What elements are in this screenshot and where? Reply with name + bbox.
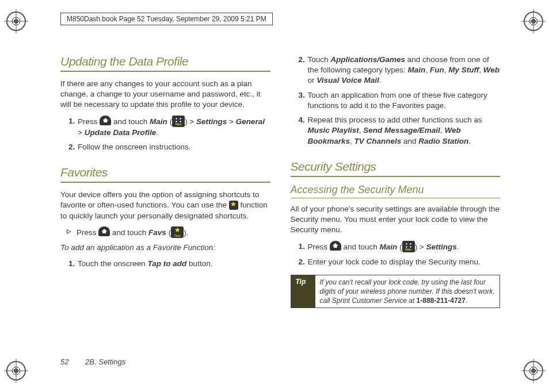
security-intro: All of your phone's security settings ar… — [291, 204, 501, 236]
cat-fun: Fun — [430, 66, 444, 74]
text: . — [468, 137, 471, 145]
step-number: 1. — [68, 259, 78, 269]
step-number: 1. — [68, 116, 78, 138]
step-number: 2. — [299, 55, 308, 86]
step-number: 1. — [299, 241, 308, 253]
main-app-icon — [172, 116, 185, 127]
text: Repeat this process to add other functio… — [308, 116, 482, 124]
home-icon — [98, 226, 110, 236]
menu-settings: Settings — [196, 117, 227, 125]
fn-send: Send Message/Email — [363, 126, 440, 134]
text: . — [156, 128, 158, 137]
left-column: Updating the Data Profile If there are a… — [60, 55, 270, 358]
phone-number: 1-888-211-4727 — [417, 297, 466, 305]
text: or — [308, 76, 317, 84]
text: Touch — [308, 55, 331, 64]
intro-text: If there are any changes to your account… — [60, 79, 270, 110]
sec-step-1: 1. Press and touch Main () > Settings. — [291, 241, 501, 253]
step-1-fav: 1. Touch the onscreen Tap to add button. — [60, 259, 270, 269]
divider — [60, 71, 270, 72]
tip-box: Tip If you can't recall your lock code, … — [291, 275, 501, 309]
home-icon — [100, 116, 111, 125]
cat-mystuff: My Stuff — [448, 66, 479, 74]
text: and touch — [113, 117, 150, 125]
cat-main: Main — [408, 66, 426, 74]
home-icon — [330, 241, 341, 251]
sec-step-2: 2. Enter your lock code to display the S… — [291, 257, 501, 267]
text: and — [401, 137, 418, 145]
main-app-icon — [402, 241, 415, 252]
text: If you can't recall your lock code, try … — [320, 278, 495, 305]
favs-icon — [171, 226, 184, 238]
text: and touch — [112, 228, 148, 236]
text: , — [479, 66, 483, 74]
text: , — [350, 137, 354, 145]
divider — [60, 182, 270, 183]
text: > — [78, 128, 85, 137]
crop-mark-icon — [524, 11, 543, 31]
favorite-subheading: To add an application as a Favorite Func… — [60, 243, 270, 253]
text: Enter your lock code to display the Secu… — [308, 257, 501, 267]
tip-label: Tip — [291, 275, 315, 308]
bullet-item: ᐅ Press and touch Favs (). — [60, 227, 270, 239]
section-label: 2B. Settings — [85, 358, 125, 366]
fn-music: Music Playlist — [308, 126, 359, 134]
fn-tv: TV Channels — [354, 137, 402, 145]
text: ). — [184, 228, 188, 236]
text: To add an application as a Favorite Func… — [60, 243, 215, 252]
text: . — [466, 297, 467, 305]
step-number: 2. — [299, 257, 308, 267]
step-number: 3. — [299, 90, 308, 111]
subheading-accessing-security: Accessing the Security Menu — [291, 184, 501, 196]
favorites-intro: Your device offers you the option of ass… — [60, 190, 270, 221]
page-number: 52 — [60, 358, 68, 366]
heading-updating-data-profile: Updating the Data Profile — [60, 55, 270, 68]
crop-mark-icon — [6, 361, 26, 381]
text: > — [227, 117, 235, 125]
step-2: 2. Follow the onscreen instructions. — [60, 142, 270, 152]
text: Press — [308, 242, 330, 251]
tip-body: If you can't recall your lock code, try … — [315, 275, 500, 308]
page-footer: 52 2B. Settings — [60, 358, 125, 366]
heading-security-settings: Security Settings — [291, 160, 501, 174]
text: Touch the onscreen — [78, 259, 148, 268]
step-4-fav: 4. Repeat this process to add other func… — [291, 115, 501, 147]
menu-main: Main — [150, 117, 167, 125]
step-number: 4. — [299, 115, 308, 147]
fn-radio: Radio Station — [418, 137, 468, 145]
menu-update-profile: Update Data Profile — [85, 128, 157, 137]
step-number: 2. — [68, 142, 78, 152]
page-content: Updating the Data Profile If there are a… — [60, 55, 500, 358]
text: . — [379, 76, 382, 84]
doc-header: M850Dash.book Page 52 Tuesday, September… — [60, 13, 273, 25]
text: ) > — [185, 117, 196, 125]
star-icon — [229, 201, 238, 210]
menu-main: Main — [380, 242, 398, 251]
cat-web: Web — [483, 66, 500, 74]
arrow-icon: ᐅ — [66, 227, 77, 239]
crop-mark-icon — [524, 361, 543, 381]
menu-favs: Favs — [148, 228, 166, 236]
divider-thin — [291, 198, 501, 198]
text: button. — [189, 259, 212, 268]
apps-games: Applications/Games — [330, 55, 405, 64]
text: ) > — [415, 242, 426, 251]
tap-to-add: Tap to add — [148, 259, 187, 268]
menu-general: General — [236, 117, 265, 125]
text: Touch an application from one of these f… — [308, 90, 501, 111]
right-column: 2. Touch Applications/Games and choose f… — [291, 55, 501, 358]
text: , — [425, 66, 430, 74]
crop-mark-icon — [6, 11, 26, 31]
divider — [291, 176, 501, 177]
cat-vvm: Visual Voice Mail — [317, 76, 379, 84]
text: Follow the onscreen instructions. — [78, 142, 270, 152]
text: Press — [78, 117, 100, 125]
text: Press — [77, 228, 98, 236]
menu-settings: Settings — [426, 242, 457, 251]
step-2-fav: 2. Touch Applications/Games and choose f… — [291, 55, 501, 86]
step-1: 1. Press and touch Main () > Settings > … — [60, 116, 270, 138]
heading-favorites: Favorites — [60, 166, 270, 179]
step-3-fav: 3. Touch an application from one of thes… — [291, 90, 501, 111]
text: . — [457, 242, 459, 251]
text: and touch — [344, 242, 380, 251]
